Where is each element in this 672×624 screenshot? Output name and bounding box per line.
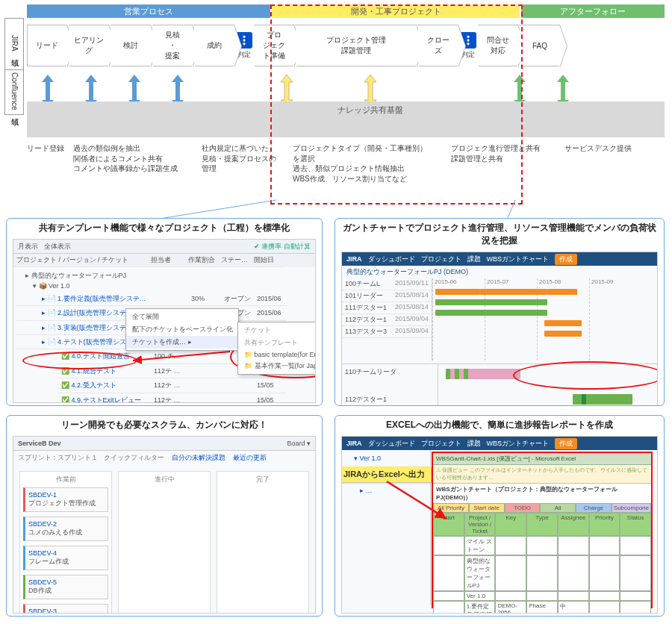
filter-startdate[interactable]: Start date (469, 503, 505, 513)
jira-nav: JIRA ダッシュボード プロジェクト 課題 WBSガントチャート 作成 (342, 437, 657, 450)
wbs-subtask-row[interactable]: ✅ 4.9.テストExitレビュー112テ スター115/05 (58, 393, 312, 403)
excel-titlebar: WBSGantt-Chart-1.xls [保護ビュー] - Microsoft… (433, 453, 651, 465)
submenu-ticket-header: チケット (238, 324, 316, 337)
panel-agile: リーン開発でも必要なスクラム、カンバンに対応！ ServiceB Dev Boa… (6, 415, 323, 617)
template-ja[interactable]: 📁 基本作業一覧(for Japanese) (238, 360, 316, 372)
kanban-board: 作業前SBDEV-1プロジェクト管理作成SBDEV-2ユメのみえる作成SBDEV… (13, 465, 315, 614)
wbs-columns: プロジェクト / バージョン / チケット 担当者 作業割合 ステータス 開始日 (13, 254, 315, 267)
excel-col: Key (495, 513, 526, 536)
nav-issue[interactable]: 課題 (467, 255, 481, 264)
jira-logo: JIRA (346, 440, 362, 447)
step-lead: リード (27, 25, 67, 66)
gantt-row: 101リーダー2015/08/14 (342, 290, 432, 302)
filter-todo[interactable]: TODO (505, 503, 541, 513)
kanban-card[interactable]: SBDEV-1プロジェクト管理作成 (23, 487, 108, 512)
row-axis-labels: JIRA 領域 Confluence 領域 (4, 18, 24, 115)
my-open[interactable]: 自分の未解決課題 (172, 453, 225, 463)
create-button[interactable]: 作成 (555, 438, 577, 449)
step-faq: FAQ (520, 25, 560, 66)
gantt-row: 100チームL2015/09/11 (342, 278, 432, 290)
phase-sales: 営業プロセス (27, 4, 270, 18)
filter-subcomp[interactable]: Subcompone (612, 503, 651, 513)
excel-window: WBSGantt-Chart-1.xls [保護ビュー] - Microsoft… (432, 452, 653, 608)
kanban-card[interactable]: SBDEV-5DB作成 (23, 575, 108, 599)
menu-create-ticket[interactable]: チケットを作成… ▸ (126, 336, 238, 349)
nav-dashboard[interactable]: ダッシュボード (368, 255, 415, 264)
tree-version[interactable]: ▾ 📦 Ver 1.0 (16, 281, 312, 291)
resource-area: 110チームリーダ 112デスター1 (342, 364, 657, 406)
mode-all[interactable]: 全体表示 (44, 242, 71, 252)
excel-filters: All Priority Start date TODO All Charge … (433, 503, 651, 513)
col-header: 完了 (220, 475, 305, 484)
excel-col: Priority (589, 513, 620, 536)
kanban-col-done: 完了 (217, 471, 309, 614)
panel-title: ガントチャートでプロジェクト進行管理、リソース管理機能でメンバの負荷状況を把握 (341, 222, 658, 247)
col-assignee: 担当者 (148, 254, 185, 267)
nav-gantt[interactable]: WBSガントチャート (487, 439, 550, 449)
step-pm: プロジェクト管理 課題管理 (296, 25, 417, 66)
nav-project[interactable]: プロジェクト (421, 255, 461, 264)
kanban-card[interactable]: SBDEV-3業務マニュアル作成 (23, 604, 108, 614)
tree-row[interactable]: ▾ Ver 1.0 (345, 453, 427, 464)
col-start: 開始日 (251, 254, 284, 267)
step-close: クロー ズ (418, 25, 458, 66)
panel-title: EXCELへの出力機能で、簡単に進捗報告レポートを作成 (341, 419, 658, 431)
excel-col: Status (620, 513, 651, 536)
context-submenu[interactable]: チケット 共有テンプレート 📁 basic template(for Engli… (237, 322, 316, 375)
wbs-subtask-row[interactable]: ✅ 4.2.受入テスト112テ スター115/05 (58, 378, 312, 393)
filter-charge[interactable]: Charge (576, 503, 612, 513)
template-en[interactable]: 📁 basic template(for English) (238, 349, 316, 360)
nav-issue[interactable]: 課題 (467, 439, 481, 449)
filter-all[interactable]: All (540, 503, 576, 513)
filter-priority[interactable]: All Priority (433, 503, 469, 513)
col-header: 作業前 (23, 475, 108, 484)
confluence-row-label: Confluence 領域 (4, 70, 24, 115)
excel-col: Project / Version / Ticket (464, 513, 496, 536)
gantt-area: 100チームL2015/09/11101リーダー2015/08/14111デスタ… (342, 278, 657, 361)
gantt-chart: 2015-062015-072015-082015-09 (432, 278, 657, 361)
panel-title: リーン開発でも必要なスクラム、カンバンに対応！ (13, 419, 316, 431)
jira-row-label: JIRA 領域 (4, 18, 24, 70)
menu-expand-all[interactable]: 全て展開 (126, 311, 238, 323)
context-menu[interactable]: 全て展開 配下のチケットをベースライン化 チケットを作成… ▸ (125, 308, 239, 351)
jira-excel-screenshot: JIRA ダッシュボード プロジェクト 課題 WBSガントチャート 作成 ▾ V… (341, 436, 658, 614)
note-after: サービスデスク提供 (564, 143, 639, 184)
jira-wbs-screenshot: 月表示 全体表示 ✔ 連携率 自動計算 プロジェクト / バージョン / チケッ… (13, 239, 316, 403)
tree-root[interactable]: ▸ 典型的なウォーターフォールPJ (16, 270, 312, 281)
mode-month[interactable]: 月表示 (18, 242, 38, 252)
excel-protected-view: ⚠ 保護ビュー このファイルはインターネットから入手したものです。ウイルスに感染… (433, 465, 651, 484)
nav-project[interactable]: プロジェクト (421, 439, 461, 449)
note-estimate: 社内規定に基づいた 見積・提案プロセスの 管理 (202, 143, 284, 184)
sprint-label: スプリント : スプリント 1 (18, 453, 96, 463)
excel-columns: startProject / Version / TicketKeyTypeAs… (433, 513, 651, 536)
submenu-template-header: 共有テンプレート (238, 337, 316, 349)
sheet-title: WBSガントチャート（プロジェクト：典型的なウォーターフォールPJ(DEMO)） (433, 484, 651, 503)
nav-dashboard[interactable]: ダッシュボード (368, 439, 415, 449)
flow-notes: リード登録 過去の類似例を抽出 関係者によるコメント共有 コメントや議事録から課… (27, 143, 665, 184)
excel-export-tag: JIRAからExcelへ出力 (341, 467, 431, 482)
note-progress: プロジェク進行管理と共有 課題管理と共有 (451, 143, 556, 184)
step-consider: 検討 (111, 25, 151, 66)
gantt-row: 112デスター12015/09/04 (342, 314, 432, 326)
menu-baseline[interactable]: 配下のチケットをベースライン化 (126, 323, 238, 336)
resource-row: 110チームリーダ (345, 367, 435, 377)
board-header: ServiceB Dev Board ▾ (13, 437, 315, 451)
resource-row: 112デスター1 (345, 395, 435, 405)
nav-gantt[interactable]: WBSガントチャート (487, 255, 550, 264)
kanban-card[interactable]: SBDEV-4フレーム作成 (23, 546, 108, 570)
note-lead: リード登録 (27, 143, 64, 184)
create-button[interactable]: 作成 (555, 254, 577, 265)
wbs-task-row[interactable]: ▸ 📄 1.要件定義(販売管理システム)30%オープン2015/06 (16, 292, 312, 306)
board-switch[interactable]: Board ▾ (287, 440, 311, 447)
quick-filter[interactable]: クイックフィルター (104, 453, 164, 463)
autocalc-toggle[interactable]: ✔ 連携率 自動計算 (254, 242, 311, 252)
recent-updates[interactable]: 最近の更新 (233, 453, 267, 463)
kanban-card[interactable]: SBDEV-2ユメのみえる作成 (23, 517, 108, 541)
note-hearing: 過去の類似例を抽出 関係者によるコメント共有 コメントや議事録から課題生成 (73, 143, 193, 184)
excel-row: 1.要件定義(販売管理システム)DEMO-2056Phase中 (433, 601, 651, 614)
jira-logo: JIRA (346, 255, 362, 263)
step-hearing: ヒアリング (69, 25, 109, 66)
jira-gantt-screenshot: JIRA ダッシュボード プロジェクト 課題 WBSガントチャート 作成 典型的… (341, 252, 658, 406)
step-contract: 成約 (194, 25, 234, 66)
tree-row[interactable]: ▸ … (345, 485, 427, 496)
